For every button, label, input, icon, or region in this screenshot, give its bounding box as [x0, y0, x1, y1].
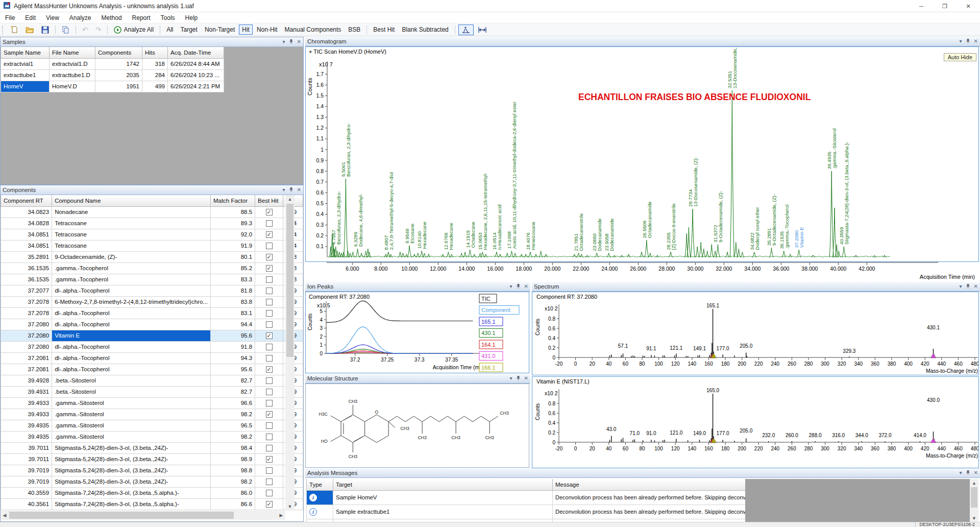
best-hit-checkbox[interactable]: [266, 377, 273, 384]
ion-peaks-close-icon[interactable]: ✕: [524, 284, 528, 289]
spectrum-component-plot[interactable]: Component RT: 37.2080Countsx10 20.80.60.…: [532, 292, 979, 375]
message-row[interactable]: i Sample HomeVDeconvolution process has …: [307, 490, 788, 505]
best-hit-checkbox[interactable]: [266, 355, 273, 362]
best-hit-checkbox[interactable]: [266, 276, 273, 283]
component-row[interactable]: 34.0828Tetracosane 89.3 C24: [1, 218, 303, 229]
best-hit-checkbox[interactable]: [266, 243, 273, 249]
component-row[interactable]: 37.2078dl-.alpha.-Tocopherol 83.1 C29: [1, 307, 303, 319]
best-hit-checkbox[interactable]: ✓: [266, 231, 273, 238]
messages-col-1[interactable]: Target: [333, 479, 553, 490]
spectrum-library-plot[interactable]: Vitamin E (NIST17.L)Countsx10 20.80.60.4…: [532, 376, 979, 468]
copy-button[interactable]: [59, 25, 72, 35]
best-hit-checkbox[interactable]: [266, 288, 273, 294]
component-row[interactable]: 36.1535.gamma.-Tocopherol 83.3 C28: [1, 274, 303, 285]
sample-row[interactable]: extractvial1extractvial1.D 17423186/26/2…: [1, 58, 224, 69]
component-row[interactable]: 37.2080dl-.alpha.-Tocopherol 91.8 C29: [1, 341, 303, 352]
samples-col-3[interactable]: Hits: [142, 47, 168, 58]
best-hit-checkbox[interactable]: ✓: [266, 501, 273, 508]
best-hit-checkbox[interactable]: [266, 478, 273, 485]
samples-col-0[interactable]: Sample Name: [1, 47, 50, 58]
best-hit-checkbox[interactable]: [266, 389, 273, 395]
menu-item-file[interactable]: File: [0, 13, 20, 22]
menu-item-analyze[interactable]: Analyze: [64, 13, 96, 22]
best-hit-checkbox[interactable]: [266, 445, 273, 451]
filter-hit[interactable]: Hit: [239, 25, 253, 35]
samples-dropdown-icon[interactable]: ▾: [283, 39, 285, 44]
sample-row[interactable]: extracttube1extracttube1.D 20352846/26/2…: [1, 69, 224, 81]
best-hit-checkbox[interactable]: [266, 490, 273, 496]
component-row[interactable]: 37.2080dl-.alpha.-Tocopherol 94.4 C29: [1, 319, 303, 330]
component-row[interactable]: 37.2081dl-.alpha.-Tocopherol 95.6 ✓ C29: [1, 364, 303, 375]
best-hit-checkbox[interactable]: ✓: [266, 332, 273, 339]
new-analysis-button[interactable]: [7, 24, 21, 35]
message-row[interactable]: i Sample extracttube1Deconvolution proce…: [307, 505, 788, 519]
auto-hide-button[interactable]: Auto Hide: [944, 53, 976, 61]
best-hit-checkbox[interactable]: ✓: [266, 265, 273, 272]
components-vscrollbar[interactable]: ▲ ▼: [285, 195, 295, 511]
chromatogram-view-icon[interactable]: [458, 25, 474, 35]
ion-peaks-plot[interactable]: Component RT: 37.2080Countsx10 554321037…: [305, 292, 529, 373]
chromatogram-close-icon[interactable]: ✕: [974, 39, 978, 44]
component-row[interactable]: 34.0823Nonadecane 88.5 ✓ C19: [1, 206, 303, 218]
samples-pin-icon[interactable]: [289, 39, 293, 45]
menu-item-tools[interactable]: Tools: [156, 13, 180, 22]
filter-all[interactable]: All: [163, 25, 176, 35]
samples-col-1[interactable]: File Name: [50, 47, 95, 58]
filter-bsb[interactable]: BSB: [345, 25, 363, 35]
ion-peaks-dropdown-icon[interactable]: ▾: [510, 284, 512, 289]
component-row[interactable]: 39.4935.gamma.-Sitosterol 96.5 C29: [1, 420, 303, 431]
filter-non-target[interactable]: Non-Target: [202, 25, 238, 35]
best-hit-checkbox[interactable]: [266, 321, 273, 328]
component-row[interactable]: 39.4928.beta.-Sitosterol 82.7 C29: [1, 375, 303, 386]
minimize-button[interactable]: ─: [910, 0, 933, 12]
samples-col-2[interactable]: Components: [95, 47, 142, 58]
messages-col-0[interactable]: Type: [307, 479, 333, 490]
menu-item-help[interactable]: Help: [180, 13, 203, 22]
component-row[interactable]: 39.7019Stigmasta-5,24(28)-dien-3-ol, (3.…: [1, 465, 303, 476]
close-button[interactable]: ✕: [957, 0, 980, 12]
components-col-3[interactable]: Best Hit: [255, 195, 283, 206]
save-button[interactable]: [38, 25, 52, 35]
best-hit-checkbox[interactable]: ✓: [266, 411, 273, 418]
maximize-button[interactable]: ❐: [933, 0, 957, 12]
filter-target[interactable]: Target: [178, 25, 201, 35]
open-file-button[interactable]: [22, 25, 37, 35]
components-dropdown-icon[interactable]: ▾: [283, 187, 285, 193]
chromatogram-dropdown-icon[interactable]: ▾: [960, 39, 962, 44]
best-hit-checkbox[interactable]: [266, 299, 273, 305]
best-hit-checkbox[interactable]: [266, 400, 273, 406]
filter-manual-components[interactable]: Manual Components: [282, 25, 345, 35]
redo-button[interactable]: ↷: [92, 24, 105, 35]
component-row[interactable]: 36.1535.gamma.-Tocopherol 85.2 ✓ C28: [1, 262, 303, 274]
molecular-structure-pin-icon[interactable]: [516, 375, 521, 381]
component-row[interactable]: 39.4931.beta.-Sitosterol 82.7 C29: [1, 386, 303, 397]
molecular-structure-dropdown-icon[interactable]: ▾: [510, 376, 512, 381]
component-row[interactable]: 39.7011Stigmasta-5,24(28)-dien-3-ol, (3.…: [1, 442, 303, 453]
menu-item-edit[interactable]: Edit: [20, 13, 41, 22]
components-col-1[interactable]: Compound Name: [52, 195, 211, 206]
component-row[interactable]: 39.7019Stigmasta-5,24(28)-dien-3-ol, (3.…: [1, 476, 303, 487]
component-row[interactable]: 37.20786-Methoxy-2,7,8-trimethyl-2-(4,8,…: [1, 296, 303, 307]
best-hit-checkbox[interactable]: ✓: [266, 456, 273, 463]
filter-non-hit[interactable]: Non-Hit: [254, 25, 281, 35]
analysis-messages-dropdown-icon[interactable]: ▾: [960, 470, 962, 475]
chromatogram-plot[interactable]: + TIC Scan HomeV.D (HomeV)Countsx10 71.7…: [305, 46, 979, 262]
fit-width-icon[interactable]: [475, 25, 490, 35]
menu-item-method[interactable]: Method: [96, 13, 127, 22]
components-col-2[interactable]: Match Factor: [210, 195, 255, 206]
component-row[interactable]: 40.3561Stigmasta-7,24(28)-dien-3-ol, (3.…: [1, 498, 303, 510]
components-hscrollbar[interactable]: ◀ ▶: [1, 511, 285, 520]
sample-row[interactable]: HomeVHomeV.D 19514996/26/2024 2:21 PM: [1, 81, 224, 92]
component-row[interactable]: 39.4933.gamma.-Sitosterol 98.2 ✓ C29: [1, 409, 303, 420]
component-row[interactable]: 34.0851Tetracosane 92.0 ✓ C24: [1, 229, 303, 240]
component-row[interactable]: 39.7011Stigmasta-5,24(28)-dien-3-ol, (3.…: [1, 453, 303, 465]
analysis-messages-close-icon[interactable]: ✕: [974, 470, 978, 475]
menu-item-report[interactable]: Report: [127, 13, 156, 22]
best-hit-checkbox[interactable]: ✓: [266, 254, 273, 260]
best-hit-checkbox[interactable]: [266, 220, 273, 227]
best-hit-checkbox[interactable]: ✓: [266, 209, 273, 215]
toggle-blank-subtracted[interactable]: Blank Subtracted: [399, 25, 451, 35]
molecular-structure-close-icon[interactable]: ✕: [524, 376, 528, 381]
analyze-all-button[interactable]: Analyze All: [111, 25, 157, 35]
spectrum-dropdown-icon[interactable]: ▾: [960, 284, 962, 289]
